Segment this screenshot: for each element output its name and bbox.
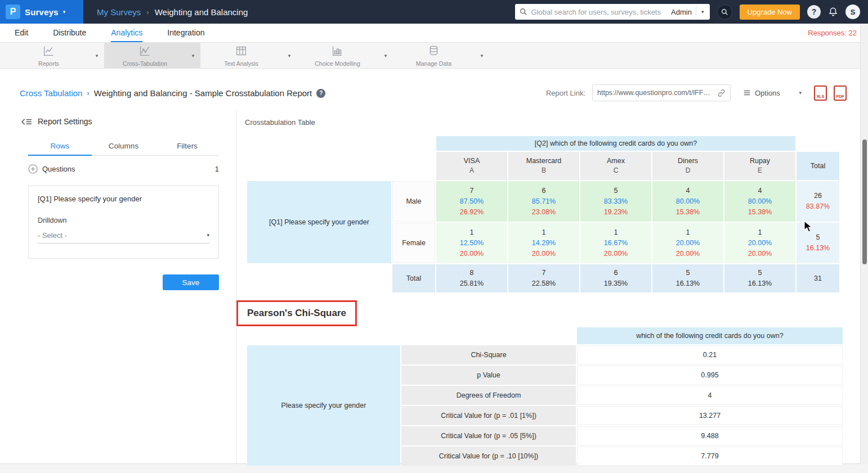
chi-value: 0.21 (577, 345, 843, 364)
text-analysis-icon (235, 45, 247, 59)
toolbar-item-label: Manage Data (416, 60, 451, 67)
table-row: Please specify your gender Chi-Square 0.… (247, 345, 843, 364)
column-header-rupay: RupayE (724, 152, 795, 180)
chevron-down-icon: ▾ (63, 10, 66, 15)
toolbar-item-text-analysis[interactable]: Text Analysis ▾ (200, 43, 297, 69)
tab-rows[interactable]: Rows (28, 137, 92, 156)
responses-count: Responses: 22 (808, 24, 857, 42)
cell-female-visa: 112.50%20.00% (436, 223, 507, 263)
settings-tabs: Rows Columns Filters (28, 137, 219, 156)
product-label: Surveys (25, 7, 59, 17)
chevron-down-icon[interactable]: ▾ (378, 43, 393, 69)
chevron-down-icon[interactable]: ▾ (186, 43, 200, 69)
chi-label: Chi-Square (401, 345, 576, 364)
report-settings-header: Report Settings (21, 117, 92, 126)
vertical-scrollbar[interactable] (860, 24, 868, 464)
chevron-down-icon[interactable]: ▾ (90, 43, 104, 69)
export-xls-button[interactable]: XLS (814, 85, 827, 101)
cell-male-mastercard: 685.71%23.08% (508, 181, 579, 222)
options-list-icon (743, 89, 751, 97)
analytics-toolbar: Reports ▾ Cross-Tabulation ▾ Text Analys… (0, 43, 868, 69)
toolbar-item-label: Cross-Tabulation (123, 60, 167, 67)
blank-cell (247, 136, 435, 151)
pdf-label: PDF (836, 94, 844, 98)
toolbar-item-manage-data[interactable]: Manage Data ▾ (393, 43, 489, 69)
cross-tabulation-icon (139, 45, 151, 59)
avatar[interactable]: S (845, 4, 860, 19)
chevron-down-icon[interactable]: ▾ (475, 43, 489, 69)
questions-row[interactable]: Questions 1 (28, 164, 219, 174)
tab-integration[interactable]: Integration (167, 24, 204, 42)
collapse-panel-icon[interactable] (21, 118, 32, 126)
save-button[interactable]: Save (163, 274, 219, 290)
chi-square-title: Pearson's Chi-Square (247, 308, 346, 319)
blank-cell (247, 152, 435, 180)
questions-count: 1 (215, 165, 219, 173)
toolbar-item-label: Text Analysis (224, 60, 258, 67)
tab-distribute[interactable]: Distribute (53, 24, 86, 42)
add-question-icon[interactable] (28, 164, 38, 174)
chi-column-header: which of the following credit cards do y… (577, 327, 843, 344)
search-scope-label[interactable]: Admin (671, 8, 692, 16)
cell-male-amex: 583.33%19.23% (580, 181, 651, 222)
product-switcher[interactable]: P Surveys ▾ (0, 0, 83, 24)
chi-label: p Value (401, 366, 576, 385)
cell-total-rupay: 516.13% (724, 264, 795, 292)
chevron-down-icon[interactable]: ▾ (282, 43, 297, 69)
top-bar: P Surveys ▾ My Surveys › Weighting and B… (0, 0, 868, 24)
cell-total-amex: 619.35% (580, 264, 651, 292)
chi-value: 13.277 (577, 406, 843, 425)
breadcrumb: My Surveys › Weighting and Balancing (97, 7, 248, 17)
panel-content-divider (236, 110, 237, 463)
tab-columns[interactable]: Columns (92, 137, 155, 156)
options-label: Options (755, 89, 780, 97)
tab-edit[interactable]: Edit (15, 24, 28, 42)
tab-filters[interactable]: Filters (155, 137, 219, 156)
drilldown-label: Drilldown (38, 217, 209, 224)
report-url[interactable]: https://www.questionpro.com/t/lFFCZg (597, 89, 714, 97)
report-url-box: https://www.questionpro.com/t/lFFCZg (592, 84, 731, 101)
toolbar-item-cross-tabulation[interactable]: Cross-Tabulation ▾ (104, 43, 200, 69)
chi-label: Critical Value for (p = .10 [10%]) (401, 447, 576, 466)
global-search: Admin ▾ (515, 4, 710, 20)
report-settings-title: Report Settings (38, 117, 92, 126)
link-icon[interactable] (717, 89, 726, 97)
blank-cell (247, 264, 391, 292)
drilldown-select-value: - Select - (38, 231, 207, 240)
help-icon[interactable]: ? (807, 5, 821, 19)
report-help-icon[interactable]: ? (316, 89, 325, 98)
total-column-header: Total (797, 152, 839, 180)
table-row: Total 825.81% 722.58% 619.35% 516.13% 51… (247, 264, 839, 292)
app-window: P Surveys ▾ My Surveys › Weighting and B… (0, 0, 868, 473)
toolbar-item-reports[interactable]: Reports ▾ (8, 43, 104, 69)
help-glyph: ? (812, 7, 817, 16)
cross-tabulation-link[interactable]: Cross Tabulation (20, 88, 82, 98)
column-header-amex: AmexC (580, 152, 651, 180)
cell-female-rupay: 120.00%20.00% (724, 223, 795, 263)
report-title: Weighting and Balancing - Sample Crossta… (94, 88, 312, 98)
toolbar-item-choice-modelling[interactable]: Choice Modelling ▾ (297, 43, 393, 69)
table-row: [Q1] Please specify your gender Male 787… (247, 181, 839, 222)
global-search-input[interactable] (531, 8, 668, 16)
blank-cell (797, 136, 839, 151)
row-label-male: Male (392, 181, 435, 222)
options-dropdown[interactable]: Options ▾ (737, 84, 807, 101)
breadcrumb-my-surveys[interactable]: My Surveys (97, 7, 141, 17)
tab-analytics[interactable]: Analytics (111, 24, 142, 42)
chi-value: 0.995 (577, 366, 843, 385)
notifications-bell-icon[interactable] (828, 7, 838, 17)
toolbar-item-label: Reports (38, 60, 59, 67)
cell-total-diners: 516.13% (652, 264, 723, 292)
scrollbar-thumb[interactable] (862, 139, 867, 264)
upgrade-button[interactable]: Upgrade Now (740, 4, 800, 20)
questionpro-logo: P (6, 4, 20, 19)
questions-label: Questions (42, 165, 75, 173)
breadcrumb-separator: › (87, 89, 89, 97)
cell-female-total: 516.13% (797, 223, 839, 263)
drilldown-select[interactable]: - Select - ▾ (38, 231, 209, 244)
cell-female-mastercard: 114.29%20.00% (508, 223, 579, 263)
question-text: [Q1] Please specify your gender (38, 195, 209, 203)
search-button[interactable] (717, 4, 732, 20)
search-scope-caret-icon[interactable]: ▾ (700, 10, 705, 15)
export-pdf-button[interactable]: PDF (834, 85, 847, 101)
